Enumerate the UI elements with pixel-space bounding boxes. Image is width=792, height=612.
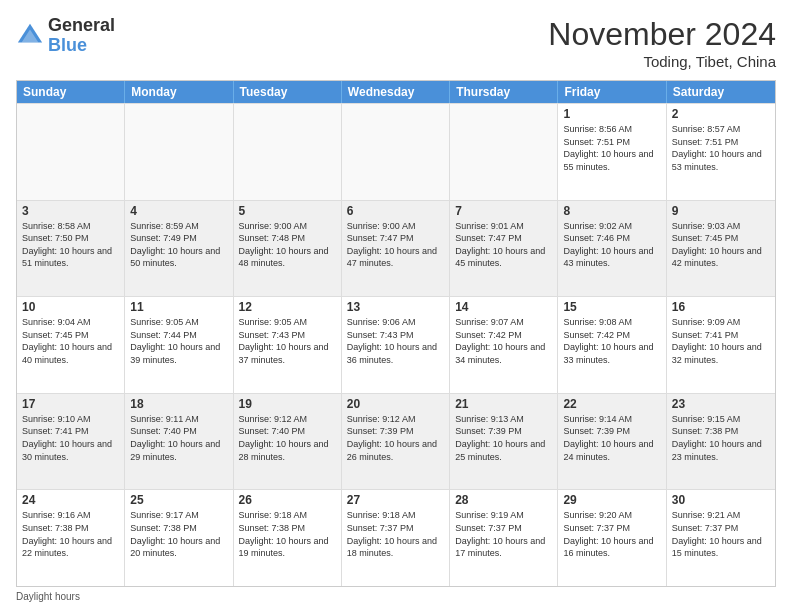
day-num-1-3: 6 — [347, 204, 444, 218]
day-num-1-2: 5 — [239, 204, 336, 218]
day-info-4-4: Sunrise: 9:19 AM Sunset: 7:37 PM Dayligh… — [455, 509, 552, 559]
cal-cell-4-1: 25Sunrise: 9:17 AM Sunset: 7:38 PM Dayli… — [125, 490, 233, 586]
cal-cell-2-6: 16Sunrise: 9:09 AM Sunset: 7:41 PM Dayli… — [667, 297, 775, 393]
day-info-4-1: Sunrise: 9:17 AM Sunset: 7:38 PM Dayligh… — [130, 509, 227, 559]
day-info-2-1: Sunrise: 9:05 AM Sunset: 7:44 PM Dayligh… — [130, 316, 227, 366]
cal-cell-0-3 — [342, 104, 450, 200]
day-info-2-5: Sunrise: 9:08 AM Sunset: 7:42 PM Dayligh… — [563, 316, 660, 366]
day-info-2-4: Sunrise: 9:07 AM Sunset: 7:42 PM Dayligh… — [455, 316, 552, 366]
day-info-4-3: Sunrise: 9:18 AM Sunset: 7:37 PM Dayligh… — [347, 509, 444, 559]
cal-cell-1-6: 9Sunrise: 9:03 AM Sunset: 7:45 PM Daylig… — [667, 201, 775, 297]
cal-cell-1-0: 3Sunrise: 8:58 AM Sunset: 7:50 PM Daylig… — [17, 201, 125, 297]
day-info-1-1: Sunrise: 8:59 AM Sunset: 7:49 PM Dayligh… — [130, 220, 227, 270]
page: General Blue November 2024 Toding, Tibet… — [0, 0, 792, 612]
week-row-0: 1Sunrise: 8:56 AM Sunset: 7:51 PM Daylig… — [17, 103, 775, 200]
cal-cell-1-3: 6Sunrise: 9:00 AM Sunset: 7:47 PM Daylig… — [342, 201, 450, 297]
day-info-1-3: Sunrise: 9:00 AM Sunset: 7:47 PM Dayligh… — [347, 220, 444, 270]
day-info-3-3: Sunrise: 9:12 AM Sunset: 7:39 PM Dayligh… — [347, 413, 444, 463]
day-info-1-5: Sunrise: 9:02 AM Sunset: 7:46 PM Dayligh… — [563, 220, 660, 270]
logo-icon — [16, 22, 44, 50]
day-info-1-2: Sunrise: 9:00 AM Sunset: 7:48 PM Dayligh… — [239, 220, 336, 270]
cal-cell-2-2: 12Sunrise: 9:05 AM Sunset: 7:43 PM Dayli… — [234, 297, 342, 393]
cal-cell-2-1: 11Sunrise: 9:05 AM Sunset: 7:44 PM Dayli… — [125, 297, 233, 393]
day-num-4-3: 27 — [347, 493, 444, 507]
week-row-1: 3Sunrise: 8:58 AM Sunset: 7:50 PM Daylig… — [17, 200, 775, 297]
header-monday: Monday — [125, 81, 233, 103]
cal-cell-1-2: 5Sunrise: 9:00 AM Sunset: 7:48 PM Daylig… — [234, 201, 342, 297]
day-num-3-3: 20 — [347, 397, 444, 411]
header-thursday: Thursday — [450, 81, 558, 103]
footer-note: Daylight hours — [16, 591, 776, 602]
cal-cell-4-4: 28Sunrise: 9:19 AM Sunset: 7:37 PM Dayli… — [450, 490, 558, 586]
cal-cell-2-0: 10Sunrise: 9:04 AM Sunset: 7:45 PM Dayli… — [17, 297, 125, 393]
cal-cell-0-5: 1Sunrise: 8:56 AM Sunset: 7:51 PM Daylig… — [558, 104, 666, 200]
day-num-4-1: 25 — [130, 493, 227, 507]
day-num-0-6: 2 — [672, 107, 770, 121]
day-info-0-6: Sunrise: 8:57 AM Sunset: 7:51 PM Dayligh… — [672, 123, 770, 173]
cal-cell-4-3: 27Sunrise: 9:18 AM Sunset: 7:37 PM Dayli… — [342, 490, 450, 586]
day-num-3-1: 18 — [130, 397, 227, 411]
day-num-4-0: 24 — [22, 493, 119, 507]
day-info-2-3: Sunrise: 9:06 AM Sunset: 7:43 PM Dayligh… — [347, 316, 444, 366]
header-saturday: Saturday — [667, 81, 775, 103]
day-info-4-5: Sunrise: 9:20 AM Sunset: 7:37 PM Dayligh… — [563, 509, 660, 559]
day-num-4-2: 26 — [239, 493, 336, 507]
day-info-4-2: Sunrise: 9:18 AM Sunset: 7:38 PM Dayligh… — [239, 509, 336, 559]
day-info-3-1: Sunrise: 9:11 AM Sunset: 7:40 PM Dayligh… — [130, 413, 227, 463]
day-num-2-4: 14 — [455, 300, 552, 314]
day-info-4-0: Sunrise: 9:16 AM Sunset: 7:38 PM Dayligh… — [22, 509, 119, 559]
day-num-1-6: 9 — [672, 204, 770, 218]
day-info-3-4: Sunrise: 9:13 AM Sunset: 7:39 PM Dayligh… — [455, 413, 552, 463]
cal-cell-3-2: 19Sunrise: 9:12 AM Sunset: 7:40 PM Dayli… — [234, 394, 342, 490]
day-info-3-5: Sunrise: 9:14 AM Sunset: 7:39 PM Dayligh… — [563, 413, 660, 463]
cal-cell-3-4: 21Sunrise: 9:13 AM Sunset: 7:39 PM Dayli… — [450, 394, 558, 490]
day-num-4-5: 29 — [563, 493, 660, 507]
day-num-4-4: 28 — [455, 493, 552, 507]
month-title: November 2024 — [548, 16, 776, 53]
cal-cell-3-3: 20Sunrise: 9:12 AM Sunset: 7:39 PM Dayli… — [342, 394, 450, 490]
day-info-2-6: Sunrise: 9:09 AM Sunset: 7:41 PM Dayligh… — [672, 316, 770, 366]
cal-cell-0-4 — [450, 104, 558, 200]
title-block: November 2024 Toding, Tibet, China — [548, 16, 776, 70]
cal-cell-0-2 — [234, 104, 342, 200]
location: Toding, Tibet, China — [548, 53, 776, 70]
day-info-2-0: Sunrise: 9:04 AM Sunset: 7:45 PM Dayligh… — [22, 316, 119, 366]
week-row-3: 17Sunrise: 9:10 AM Sunset: 7:41 PM Dayli… — [17, 393, 775, 490]
day-num-2-0: 10 — [22, 300, 119, 314]
day-num-3-6: 23 — [672, 397, 770, 411]
cal-cell-4-0: 24Sunrise: 9:16 AM Sunset: 7:38 PM Dayli… — [17, 490, 125, 586]
cal-cell-1-1: 4Sunrise: 8:59 AM Sunset: 7:49 PM Daylig… — [125, 201, 233, 297]
calendar: Sunday Monday Tuesday Wednesday Thursday… — [16, 80, 776, 587]
day-num-4-6: 30 — [672, 493, 770, 507]
cal-cell-0-1 — [125, 104, 233, 200]
day-num-1-1: 4 — [130, 204, 227, 218]
day-num-1-0: 3 — [22, 204, 119, 218]
cal-cell-2-5: 15Sunrise: 9:08 AM Sunset: 7:42 PM Dayli… — [558, 297, 666, 393]
header-friday: Friday — [558, 81, 666, 103]
cal-cell-4-6: 30Sunrise: 9:21 AM Sunset: 7:37 PM Dayli… — [667, 490, 775, 586]
day-info-3-2: Sunrise: 9:12 AM Sunset: 7:40 PM Dayligh… — [239, 413, 336, 463]
header-sunday: Sunday — [17, 81, 125, 103]
day-num-2-2: 12 — [239, 300, 336, 314]
cal-cell-0-6: 2Sunrise: 8:57 AM Sunset: 7:51 PM Daylig… — [667, 104, 775, 200]
day-info-3-6: Sunrise: 9:15 AM Sunset: 7:38 PM Dayligh… — [672, 413, 770, 463]
cal-cell-4-5: 29Sunrise: 9:20 AM Sunset: 7:37 PM Dayli… — [558, 490, 666, 586]
cal-cell-1-4: 7Sunrise: 9:01 AM Sunset: 7:47 PM Daylig… — [450, 201, 558, 297]
day-num-0-5: 1 — [563, 107, 660, 121]
day-info-1-6: Sunrise: 9:03 AM Sunset: 7:45 PM Dayligh… — [672, 220, 770, 270]
day-num-3-5: 22 — [563, 397, 660, 411]
logo: General Blue — [16, 16, 115, 56]
header: General Blue November 2024 Toding, Tibet… — [16, 16, 776, 70]
cal-cell-3-0: 17Sunrise: 9:10 AM Sunset: 7:41 PM Dayli… — [17, 394, 125, 490]
day-info-4-6: Sunrise: 9:21 AM Sunset: 7:37 PM Dayligh… — [672, 509, 770, 559]
day-info-3-0: Sunrise: 9:10 AM Sunset: 7:41 PM Dayligh… — [22, 413, 119, 463]
header-tuesday: Tuesday — [234, 81, 342, 103]
week-row-4: 24Sunrise: 9:16 AM Sunset: 7:38 PM Dayli… — [17, 489, 775, 586]
header-wednesday: Wednesday — [342, 81, 450, 103]
calendar-header: Sunday Monday Tuesday Wednesday Thursday… — [17, 81, 775, 103]
day-num-3-4: 21 — [455, 397, 552, 411]
cal-cell-1-5: 8Sunrise: 9:02 AM Sunset: 7:46 PM Daylig… — [558, 201, 666, 297]
logo-text: General Blue — [48, 16, 115, 56]
cal-cell-2-3: 13Sunrise: 9:06 AM Sunset: 7:43 PM Dayli… — [342, 297, 450, 393]
day-num-3-2: 19 — [239, 397, 336, 411]
